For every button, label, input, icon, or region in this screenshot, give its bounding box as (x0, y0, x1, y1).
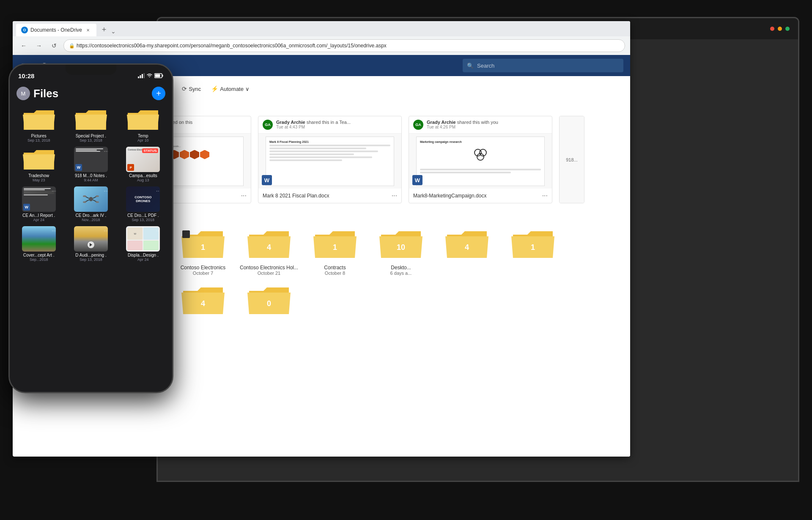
card-header-2: GA Grady Archie shared this in a Tea... … (258, 116, 401, 134)
more-icon-annual[interactable]: ··· (52, 187, 56, 194)
card-more-btn-2[interactable]: ··· (392, 192, 397, 200)
card-thumbnail-2: Mark 8 Fiscal Planning 2021 (258, 134, 401, 189)
refresh-button[interactable]: ↺ (48, 40, 60, 52)
card-more-btn-3[interactable]: ··· (542, 192, 548, 200)
back-button[interactable]: ← (18, 40, 30, 52)
svg-point-28 (83, 201, 86, 203)
svg-text:1: 1 (201, 243, 205, 252)
more-icon-display[interactable]: ··· (156, 227, 160, 234)
phone-file-pictures[interactable]: Pictures Sep 13, 2018 (15, 107, 63, 142)
card-filename-2: Mark 8 2021 Fiscal Plan.docx (263, 193, 329, 199)
folder-desktop[interactable]: 10 Deskto... 6 days a... (371, 226, 431, 276)
address-bar: ← → ↺ 🔒 https://contosoelectronics006a-m… (13, 36, 630, 55)
card-header-3: GA Grady Archie shared this with you Tue… (409, 116, 552, 134)
phone-folder-svg-special (74, 107, 108, 132)
phone-add-button[interactable]: + (152, 87, 165, 100)
svg-point-21 (89, 197, 93, 201)
doc-lines-3 (420, 169, 541, 173)
phone-file-918[interactable]: W ··· 918 M...0 Notes . 9:44 AM (67, 147, 115, 182)
more-icon-ce-pdf[interactable]: ··· (156, 187, 160, 194)
sync-button[interactable]: ⟳ Sync (178, 83, 205, 95)
folder-row2-4[interactable]: 4 (173, 282, 233, 321)
phone-file-display[interactable]: W ··· Displa...Design . Apr 24 (119, 226, 167, 262)
svg-text:1: 1 (531, 243, 535, 252)
doc-preview-2: Mark 8 Fiscal Planning 2021 (266, 137, 394, 186)
recommended-title: Recommended (107, 103, 620, 111)
window-minimize[interactable] (778, 27, 782, 31)
files-grid: 1 3D demo October 7 (107, 226, 620, 321)
folder-contracts[interactable]: 1 Contracts October 8 (305, 226, 365, 276)
card-more-btn-1[interactable]: ··· (241, 192, 247, 200)
marketing-icon (472, 147, 489, 164)
card-action-2: shared this in a Tea... (307, 120, 351, 125)
more-icon-918[interactable]: ··· (104, 148, 108, 154)
phone-file-audit[interactable]: ··· D Audi...pening . Sep 13, 2018 (67, 226, 115, 262)
phone-file-name-display: Displa...Design . (128, 253, 159, 257)
folder-date-desktop: 6 days a... (371, 271, 431, 276)
svg-text:4: 4 (267, 243, 271, 252)
play-button[interactable] (88, 241, 94, 248)
window-maximize[interactable] (785, 27, 790, 31)
phone-folder-svg-pictures (22, 107, 56, 132)
phone-title-area: M Files (16, 87, 58, 100)
card-3 (127, 241, 143, 250)
tab-dropdown[interactable]: ⌄ (111, 28, 116, 35)
browser-tab-active[interactable]: O Documents - OneDrive ✕ (16, 24, 96, 36)
browser-tabs: O Documents - OneDrive ✕ + ⌄ (13, 21, 630, 36)
folder-contoso-electronics[interactable]: 1 Contoso Electronics October 7 (173, 226, 233, 276)
more-icon-campaign[interactable]: ··· (156, 148, 160, 154)
more-icon-audit[interactable]: ··· (104, 227, 108, 234)
phone-file-name-cover: Cover...cept Art . (23, 253, 55, 257)
phone-folder-svg-temp (126, 107, 160, 132)
phone-file-cover[interactable]: ··· Cover...cept Art . Sep...2018 (15, 226, 63, 262)
new-tab-button[interactable]: + (98, 24, 110, 36)
card-user-2: Grady Archie (276, 120, 305, 125)
phone-file-ce-pdf[interactable]: CONTOSODRONES ··· CE Dro...L PDF . Sep 1… (119, 186, 167, 222)
folder-contoso-hol[interactable]: 4 Contoso Electronics Hol... October 21 (239, 226, 299, 276)
phone-file-drone[interactable]: ··· CE Dro...ark IV . Nov...2018 (67, 186, 115, 222)
folder-row2-5[interactable]: 0 (239, 282, 299, 321)
doc-lines-2 (269, 145, 390, 161)
recommended-card-3[interactable]: GA Grady Archie shared this with you Tue… (409, 116, 552, 203)
folder-icon-r2-5: 0 (246, 282, 292, 318)
phone-file-campaign[interactable]: Contoso Electronics STATUS P ··· Campa..… (119, 147, 167, 182)
folder-icon-r2-4: 4 (180, 282, 226, 318)
recommended-card-4-partial[interactable]: 918... (559, 116, 584, 203)
phone-file-name-tradeshow: Tradeshow (28, 173, 49, 178)
phone-file-date-tradeshow: May 23 (33, 178, 45, 182)
folder-row2-1[interactable]: 4 (437, 226, 497, 276)
url-bar[interactable]: 🔒 https://contosoelectronics006a-my.shar… (63, 39, 625, 52)
folder-row2-2[interactable]: 1 (503, 226, 562, 276)
folder-svg-r2-5: 0 (246, 282, 292, 318)
word-badge-918: W (75, 164, 82, 171)
folder-svg-r2-1: 4 (444, 226, 490, 262)
lock-icon: 🔒 (69, 43, 75, 49)
phone-file-ce-annual[interactable]: W ··· CE An...l Report . Apr 24 (15, 186, 63, 222)
ce-logo-content: CONTOSODRONES (126, 186, 160, 212)
svg-text:1: 1 (333, 243, 337, 252)
phone-file-special[interactable]: Special Project . Sep 13, 2018 (67, 107, 115, 142)
phone-thumb-ce-pdf: CONTOSODRONES ··· (126, 186, 160, 212)
card-filename-3: Mark8-MarketingCampaign.docx (413, 193, 486, 199)
phone-file-name-campaign: Campa...esults (129, 173, 157, 178)
search-box[interactable]: 🔍 Search (463, 59, 623, 72)
window-close[interactable] (770, 27, 774, 31)
card-1: W (127, 227, 143, 240)
signal-icon (138, 73, 145, 78)
forward-button[interactable]: → (33, 40, 45, 52)
svg-point-27 (96, 195, 99, 197)
automate-button[interactable]: ⚡ Automate ∨ (207, 83, 254, 95)
phone-file-tradeshow[interactable]: Tradeshow May 23 (15, 147, 63, 182)
recommended-card-2[interactable]: GA Grady Archie shared this in a Tea... … (258, 116, 402, 203)
phone-file-temp[interactable]: Temp Apr 10 (119, 107, 167, 142)
phone-notch (66, 65, 116, 75)
folder-icon-contoso: 1 (180, 226, 226, 262)
tab-close-button[interactable]: ✕ (85, 27, 91, 33)
phone-thumb-campaign: Contoso Electronics STATUS P ··· (126, 147, 160, 172)
more-icon-cover[interactable]: ··· (52, 227, 56, 234)
play-overlay (88, 241, 94, 248)
phone-file-date-cover: Sep...2018 (30, 257, 48, 262)
phone-folder-temp (126, 107, 160, 132)
more-icon-drone[interactable]: ··· (104, 187, 108, 194)
card-info-2: Grady Archie shared this in a Tea... Tue… (276, 120, 351, 129)
